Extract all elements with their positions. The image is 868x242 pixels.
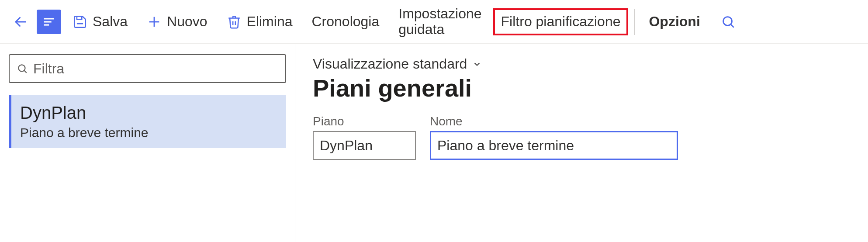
nome-field: Nome Piano a breve termine [430,114,678,160]
svg-line-13 [24,70,26,73]
piano-value: DynPlan [320,138,373,154]
back-button[interactable] [9,10,33,34]
search-button[interactable] [716,10,740,34]
guided-setup-line1: Impostazione [398,6,481,21]
list-view-button[interactable] [37,10,61,34]
view-selector[interactable]: Visualizzazione standard [313,56,851,72]
save-button[interactable]: Salva [65,7,135,37]
trash-icon [227,14,242,29]
list-panel: Filtra DynPlan Piano a breve termine [0,44,295,242]
nome-value: Piano a breve termine [437,138,574,154]
list-item-subtitle: Piano a breve termine [20,125,277,140]
form-row: Piano DynPlan Nome Piano a breve termine [313,114,851,160]
piano-field: Piano DynPlan [313,114,416,160]
filter-input[interactable]: Filtra [9,54,286,83]
toolbar: Salva Nuovo Elimina Cronologia Impostazi… [0,0,868,44]
page-title: Piani generali [313,74,851,102]
svg-rect-4 [77,16,82,19]
history-label: Cronologia [311,14,379,30]
guided-setup-line2: guidata [398,22,481,37]
arrow-left-icon [13,14,29,30]
piano-label: Piano [313,114,416,128]
view-selector-label: Visualizzazione standard [313,56,467,72]
options-label: Opzioni [649,14,700,30]
new-label: Nuovo [167,14,207,30]
filter-placeholder: Filtra [33,61,64,77]
delete-button[interactable]: Elimina [219,7,301,37]
list-item[interactable]: DynPlan Piano a breve termine [9,95,286,148]
planning-filter-label: Filtro pianificazione [501,14,621,30]
search-icon [721,14,736,29]
guided-setup-button[interactable]: Impostazione guidata [391,7,489,37]
save-label: Salva [93,14,128,30]
form-panel: Visualizzazione standard Piani generali … [295,44,868,242]
options-button[interactable]: Opzioni [641,7,708,37]
planning-filter-button[interactable]: Filtro pianificazione [493,8,629,35]
save-icon [73,14,87,29]
svg-point-12 [18,65,25,71]
list-icon [41,14,56,29]
filter-search-icon [17,63,28,74]
list-item-title: DynPlan [20,103,277,123]
new-button[interactable]: Nuovo [139,7,215,37]
plus-icon [147,14,162,29]
toolbar-divider [634,9,635,35]
piano-input[interactable]: DynPlan [313,131,416,160]
history-button[interactable]: Cronologia [304,7,387,37]
nome-input[interactable]: Piano a breve termine [430,131,678,160]
delete-label: Elimina [247,14,293,30]
nome-label: Nome [430,114,678,128]
chevron-down-icon [472,59,482,69]
svg-line-11 [730,24,733,27]
main-area: Filtra DynPlan Piano a breve termine Vis… [0,44,868,242]
svg-point-10 [723,17,732,25]
